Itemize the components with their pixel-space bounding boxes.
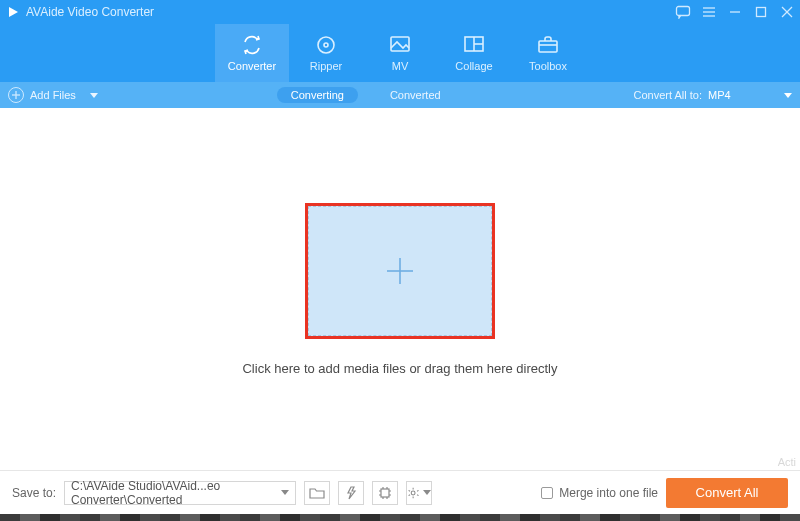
svg-rect-6 xyxy=(757,8,766,17)
menu-icon[interactable] xyxy=(696,0,722,24)
settings-button[interactable] xyxy=(406,481,432,505)
chevron-down-icon xyxy=(90,93,98,98)
svg-rect-15 xyxy=(539,41,557,52)
tab-label: Converter xyxy=(228,60,276,72)
toolbox-icon xyxy=(537,34,559,56)
subtab-converting[interactable]: Converting xyxy=(277,87,358,103)
add-media-dropzone[interactable] xyxy=(308,206,492,336)
svg-point-10 xyxy=(324,43,328,47)
save-path-value: C:\AVAide Studio\AVAid...eo Converter\Co… xyxy=(71,479,281,507)
convert-all-to-label: Convert All to: xyxy=(634,89,702,101)
close-button[interactable] xyxy=(774,0,800,24)
add-files-label: Add Files xyxy=(30,89,76,101)
save-path-select[interactable]: C:\AVAide Studio\AVAid...eo Converter\Co… xyxy=(64,481,296,505)
subtab-converted[interactable]: Converted xyxy=(376,87,455,103)
open-folder-button[interactable] xyxy=(304,481,330,505)
svg-point-31 xyxy=(411,491,415,495)
chevron-down-icon xyxy=(281,490,289,495)
tab-mv[interactable]: MV xyxy=(363,24,437,82)
speed-boost-button[interactable] xyxy=(338,481,364,505)
merge-label: Merge into one file xyxy=(559,486,658,500)
chevron-down-icon xyxy=(784,93,792,98)
watermark: Acti xyxy=(778,456,796,468)
tab-ripper[interactable]: Ripper xyxy=(289,24,363,82)
disc-icon xyxy=(315,34,337,56)
tab-collage[interactable]: Collage xyxy=(437,24,511,82)
output-format-select[interactable]: MP4 xyxy=(708,89,778,101)
merge-checkbox[interactable]: Merge into one file xyxy=(541,486,658,500)
gpu-accel-button[interactable] xyxy=(372,481,398,505)
convert-all-button[interactable]: Convert All xyxy=(666,478,788,508)
collage-icon xyxy=(463,34,485,56)
tab-toolbox[interactable]: Toolbox xyxy=(511,24,585,82)
plus-circle-icon xyxy=(8,87,24,103)
app-title: AVAide Video Converter xyxy=(26,5,154,19)
plus-icon xyxy=(379,250,421,292)
bottom-bar: Save to: C:\AVAide Studio\AVAid...eo Con… xyxy=(0,470,800,514)
footer-stripe xyxy=(0,514,800,521)
save-to-label: Save to: xyxy=(12,486,56,500)
minimize-button[interactable] xyxy=(722,0,748,24)
feedback-icon[interactable] xyxy=(670,0,696,24)
dropzone-hint: Click here to add media files or drag th… xyxy=(242,361,557,376)
app-logo-icon xyxy=(6,5,20,19)
checkbox-icon xyxy=(541,487,553,499)
convert-icon xyxy=(241,34,263,56)
svg-marker-21 xyxy=(348,487,355,499)
svg-marker-0 xyxy=(9,7,18,17)
svg-point-9 xyxy=(318,37,334,53)
main-area: Click here to add media files or drag th… xyxy=(0,108,800,470)
tab-label: Ripper xyxy=(310,60,342,72)
titlebar: AVAide Video Converter xyxy=(0,0,800,24)
chevron-down-icon xyxy=(423,490,431,495)
output-format-value: MP4 xyxy=(708,89,731,101)
tab-converter[interactable]: Converter xyxy=(215,24,289,82)
tab-label: Collage xyxy=(455,60,492,72)
add-files-button[interactable]: Add Files xyxy=(8,87,98,103)
convert-all-to: Convert All to: MP4 xyxy=(634,89,792,101)
maximize-button[interactable] xyxy=(748,0,774,24)
sub-toolbar: Add Files Converting Converted Convert A… xyxy=(0,82,800,108)
svg-rect-22 xyxy=(381,489,389,497)
top-nav: Converter Ripper MV Collage Toolbox xyxy=(0,24,800,82)
image-icon xyxy=(389,34,411,56)
highlight-frame xyxy=(305,203,495,339)
tab-label: MV xyxy=(392,60,409,72)
tab-label: Toolbox xyxy=(529,60,567,72)
svg-rect-1 xyxy=(677,7,690,16)
